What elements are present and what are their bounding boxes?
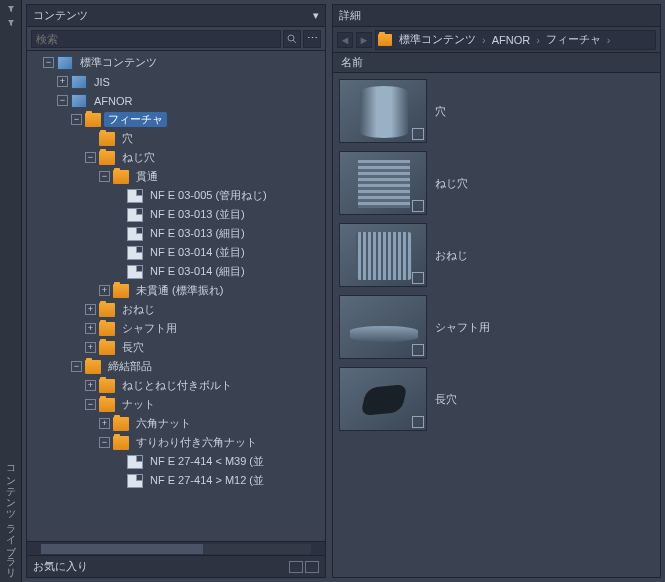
document-icon [127,265,143,279]
details-panel: 詳細 ◄ ► 標準コンテンツ› AFNOR› フィーチャ› 名前 穴 ねじ穴 お… [332,4,661,578]
thumbnail [339,79,427,143]
rail-label[interactable]: コンテンツ ライブラリ [4,459,18,578]
tree-item[interactable]: 六角ナット [132,416,195,431]
tree-item[interactable]: 貫通 [132,169,162,184]
search-more-icon[interactable]: ⋯ [303,30,321,48]
folder-icon [99,322,115,336]
toggle-icon[interactable] [85,304,96,315]
tree-leaf[interactable]: NF E 27-414 > M12 (並 [146,473,268,488]
toggle-icon[interactable] [85,323,96,334]
toggle-icon[interactable] [71,114,82,125]
favorites-label[interactable]: お気に入り [33,559,88,574]
crumb-item[interactable]: フィーチャ [544,32,603,47]
item-label: シャフト用 [435,320,490,335]
tree-item-selected[interactable]: フィーチャ [104,112,167,127]
view-list-icon[interactable] [305,561,319,573]
pin-icon[interactable] [6,18,16,28]
toggle-icon[interactable] [85,399,96,410]
document-icon [127,227,143,241]
thumbnail [339,223,427,287]
toggle-icon[interactable] [57,95,68,106]
tree-item[interactable]: AFNOR [90,95,137,107]
crumb-item[interactable]: AFNOR [490,34,533,46]
tree-item[interactable]: ねじとねじ付きボルト [118,378,236,393]
toggle-icon[interactable] [57,76,68,87]
tree-item[interactable]: 長穴 [118,340,148,355]
tree-item[interactable]: 未貫通 (標準振れ) [132,283,227,298]
crumb-item[interactable]: 標準コンテンツ [397,32,478,47]
folder-icon [99,151,115,165]
dropdown-icon[interactable]: ▾ [313,9,319,22]
chevron-right-icon: › [534,34,542,46]
svg-line-1 [293,40,296,43]
tree-leaf[interactable]: NF E 03-013 (細目) [146,226,249,241]
tree-leaf[interactable]: NF E 03-014 (並目) [146,245,249,260]
search-bar: ⋯ [27,27,325,51]
document-icon [127,474,143,488]
toggle-icon[interactable] [99,171,110,182]
list-item[interactable]: おねじ [337,221,656,289]
column-name: 名前 [341,55,363,70]
list-item[interactable]: 長穴 [337,365,656,433]
details-header: 詳細 [333,5,660,27]
document-icon [127,246,143,260]
folder-icon [99,132,115,146]
folder-icon [85,360,101,374]
tree-item[interactable]: ねじ穴 [118,150,159,165]
tree-item[interactable]: ナット [118,397,159,412]
list-item[interactable]: シャフト用 [337,293,656,361]
toggle-icon[interactable] [99,437,110,448]
document-icon [127,189,143,203]
favorites-bar: お気に入り [27,555,325,577]
document-icon [127,208,143,222]
folder-icon [99,379,115,393]
item-label: 長穴 [435,392,457,407]
tree-leaf[interactable]: NF E 03-014 (細目) [146,264,249,279]
breadcrumb-bar: ◄ ► 標準コンテンツ› AFNOR› フィーチャ› [333,27,660,53]
tree-item[interactable]: 締結部品 [104,359,156,374]
side-rail: コンテンツ ライブラリ [0,0,22,582]
view-grid-icon[interactable] [289,561,303,573]
pin-icon[interactable] [6,4,16,14]
toggle-icon[interactable] [71,361,82,372]
toggle-icon[interactable] [85,380,96,391]
column-header[interactable]: 名前 [333,53,660,73]
contents-panel: コンテンツ ▾ ⋯ 標準コンテンツ JIS AFNOR フィーチャ 穴 ねじ穴 … [26,4,326,578]
search-icon[interactable] [283,30,301,48]
tree-item[interactable]: おねじ [118,302,159,317]
tree-item[interactable]: シャフト用 [118,321,181,336]
chevron-right-icon: › [480,34,488,46]
folder-icon [99,398,115,412]
breadcrumb[interactable]: 標準コンテンツ› AFNOR› フィーチャ› [375,30,656,50]
folder-icon [113,417,129,431]
nav-back-icon[interactable]: ◄ [337,32,353,48]
toggle-icon[interactable] [99,285,110,296]
tree-item[interactable]: 標準コンテンツ [76,55,161,70]
toggle-icon[interactable] [99,418,110,429]
item-label: 穴 [435,104,446,119]
library-icon [57,56,73,70]
contents-title: コンテンツ [33,8,88,23]
tree-leaf[interactable]: NF E 27-414 < M39 (並 [146,454,268,469]
tree-item[interactable]: 穴 [118,131,137,146]
list-item[interactable]: 穴 [337,77,656,145]
folder-icon [113,284,129,298]
tree-leaf[interactable]: NF E 03-005 (管用ねじ) [146,188,271,203]
nav-forward-icon[interactable]: ► [356,32,372,48]
tree-item[interactable]: JIS [90,76,114,88]
toggle-icon[interactable] [85,342,96,353]
horizontal-scrollbar[interactable] [27,541,325,555]
tree-item[interactable]: すりわり付き六角ナット [132,435,261,450]
search-input[interactable] [31,30,281,48]
toggle-icon[interactable] [85,152,96,163]
chevron-right-icon: › [605,34,613,46]
contents-header: コンテンツ ▾ [27,5,325,27]
tree-leaf[interactable]: NF E 03-013 (並目) [146,207,249,222]
thumbnail [339,151,427,215]
thumbnail [339,367,427,431]
list-item[interactable]: ねじ穴 [337,149,656,217]
item-list: 穴 ねじ穴 おねじ シャフト用 長穴 [333,73,660,577]
tree-view[interactable]: 標準コンテンツ JIS AFNOR フィーチャ 穴 ねじ穴 貫通 NF E 03… [27,51,325,541]
folder-icon [99,303,115,317]
toggle-icon[interactable] [43,57,54,68]
